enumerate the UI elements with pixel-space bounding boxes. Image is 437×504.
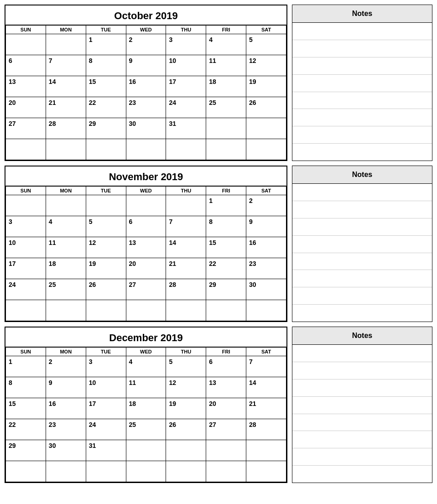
calendar-cell-2-1-3: 11 xyxy=(126,377,166,398)
notes-line-0-1[interactable] xyxy=(292,40,432,57)
notes-line-1-0[interactable] xyxy=(292,184,432,201)
calendar-cell-0-1-4: 10 xyxy=(166,55,206,76)
calendar-cell-2-0-3: 4 xyxy=(126,356,166,377)
notes-line-2-7[interactable] xyxy=(292,466,432,483)
month-row-0: October 2019SUNMONTUEWEDTHUFRISAT1234567… xyxy=(5,5,432,161)
calendar-section-1: November 2019SUNMONTUEWEDTHUFRISAT123456… xyxy=(5,166,287,322)
calendar-section-2: December 2019SUNMONTUEWEDTHUFRISAT123456… xyxy=(5,327,287,483)
notes-line-2-1[interactable] xyxy=(292,362,432,379)
notes-line-2-2[interactable] xyxy=(292,379,432,397)
notes-line-1-1[interactable] xyxy=(292,201,432,218)
notes-line-1-3[interactable] xyxy=(292,236,432,253)
calendar-cell-2-5-4 xyxy=(166,461,206,482)
calendar-cell-2-5-0 xyxy=(6,461,46,482)
calendar-cell-0-2-4: 17 xyxy=(166,76,206,97)
calendar-cell-0-2-6: 19 xyxy=(246,76,286,97)
day-header-SAT: SAT xyxy=(246,348,286,356)
calendar-cell-0-4-6 xyxy=(246,118,286,139)
calendar-cell-2-3-4: 26 xyxy=(166,419,206,440)
notes-line-0-5[interactable] xyxy=(292,109,432,126)
notes-line-1-4[interactable] xyxy=(292,253,432,270)
notes-line-0-4[interactable] xyxy=(292,92,432,109)
day-header-TUE: TUE xyxy=(86,348,126,356)
calendar-cell-0-3-2: 22 xyxy=(86,97,126,118)
calendar-cell-2-0-2: 3 xyxy=(86,356,126,377)
calendar-section-0: October 2019SUNMONTUEWEDTHUFRISAT1234567… xyxy=(5,5,287,161)
calendar-title-0: October 2019 xyxy=(5,5,286,25)
calendar-cell-1-3-3: 20 xyxy=(126,258,166,279)
notes-line-1-2[interactable] xyxy=(292,218,432,236)
notes-lines-0 xyxy=(292,23,432,161)
notes-line-0-6[interactable] xyxy=(292,126,432,144)
calendar-cell-2-0-6: 7 xyxy=(246,356,286,377)
calendar-cell-2-1-5: 13 xyxy=(206,377,246,398)
calendar-cell-1-0-4 xyxy=(166,195,206,216)
notes-header-1: Notes xyxy=(292,166,432,184)
calendar-cell-0-3-6: 26 xyxy=(246,97,286,118)
calendar-cell-2-4-6 xyxy=(246,440,286,461)
day-header-TUE: TUE xyxy=(86,26,126,34)
calendar-cell-1-1-3: 6 xyxy=(126,216,166,237)
notes-line-0-0[interactable] xyxy=(292,23,432,40)
calendar-cell-1-5-5 xyxy=(206,300,246,321)
calendar-cell-1-3-4: 21 xyxy=(166,258,206,279)
calendar-cell-2-4-1: 30 xyxy=(46,440,86,461)
notes-line-0-2[interactable] xyxy=(292,57,432,75)
calendar-cell-2-4-3 xyxy=(126,440,166,461)
notes-line-2-6[interactable] xyxy=(292,448,432,466)
notes-header-2: Notes xyxy=(292,327,432,345)
notes-line-1-6[interactable] xyxy=(292,287,432,305)
calendar-cell-0-5-3 xyxy=(126,139,166,160)
calendar-cell-1-4-5: 29 xyxy=(206,279,246,300)
day-header-SAT: SAT xyxy=(246,26,286,34)
calendar-cell-2-0-4: 5 xyxy=(166,356,206,377)
calendar-cell-2-4-0: 29 xyxy=(6,440,46,461)
calendar-cell-1-3-0: 17 xyxy=(6,258,46,279)
notes-line-0-3[interactable] xyxy=(292,75,432,92)
calendar-cell-0-0-5: 4 xyxy=(206,34,246,55)
calendar-cell-1-1-0: 3 xyxy=(6,216,46,237)
calendar-cell-0-0-0 xyxy=(6,34,46,55)
notes-line-1-5[interactable] xyxy=(292,270,432,287)
calendar-grid-1: SUNMONTUEWEDTHUFRISAT1234567891011121314… xyxy=(5,186,286,321)
calendar-cell-1-4-4: 28 xyxy=(166,279,206,300)
calendar-cell-1-4-1: 25 xyxy=(46,279,86,300)
calendar-cell-0-1-2: 8 xyxy=(86,55,126,76)
calendar-cell-1-3-5: 22 xyxy=(206,258,246,279)
notes-line-0-7[interactable] xyxy=(292,144,432,161)
calendar-cell-0-4-3: 30 xyxy=(126,118,166,139)
calendar-cell-1-0-5: 1 xyxy=(206,195,246,216)
calendar-cell-0-0-3: 2 xyxy=(126,34,166,55)
calendar-cell-0-5-1 xyxy=(46,139,86,160)
notes-section-1: Notes xyxy=(292,166,432,322)
day-header-MON: MON xyxy=(46,26,86,34)
day-header-MON: MON xyxy=(46,187,86,195)
day-header-WED: WED xyxy=(126,348,166,356)
calendar-cell-1-0-1 xyxy=(46,195,86,216)
notes-line-2-0[interactable] xyxy=(292,345,432,362)
notes-section-0: Notes xyxy=(292,5,432,161)
calendar-cell-0-1-1: 7 xyxy=(46,55,86,76)
calendar-cell-1-5-0 xyxy=(6,300,46,321)
calendar-cell-1-4-0: 24 xyxy=(6,279,46,300)
calendar-cell-1-4-2: 26 xyxy=(86,279,126,300)
calendar-cell-0-0-6: 5 xyxy=(246,34,286,55)
calendar-cell-1-2-3: 13 xyxy=(126,237,166,258)
calendar-cell-1-5-6 xyxy=(246,300,286,321)
notes-line-1-7[interactable] xyxy=(292,305,432,322)
calendar-cell-1-0-6: 2 xyxy=(246,195,286,216)
calendar-cell-0-4-0: 27 xyxy=(6,118,46,139)
day-header-THU: THU xyxy=(166,26,206,34)
day-header-THU: THU xyxy=(166,348,206,356)
notes-line-2-4[interactable] xyxy=(292,414,432,431)
calendar-cell-0-1-6: 12 xyxy=(246,55,286,76)
calendar-cell-2-3-0: 22 xyxy=(6,419,46,440)
calendar-cell-0-0-2: 1 xyxy=(86,34,126,55)
day-header-WED: WED xyxy=(126,187,166,195)
calendar-cell-2-3-3: 25 xyxy=(126,419,166,440)
calendar-cell-0-0-4: 3 xyxy=(166,34,206,55)
notes-section-2: Notes xyxy=(292,327,432,483)
month-row-2: December 2019SUNMONTUEWEDTHUFRISAT123456… xyxy=(5,327,432,483)
notes-line-2-5[interactable] xyxy=(292,431,432,448)
notes-line-2-3[interactable] xyxy=(292,397,432,414)
